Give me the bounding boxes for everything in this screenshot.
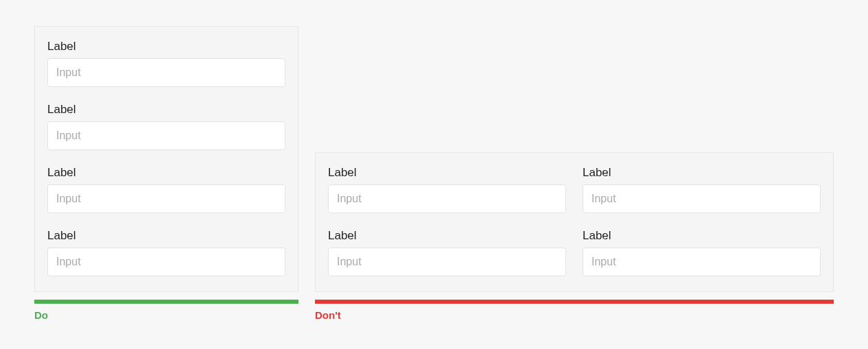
field-label: Label [583, 228, 821, 243]
examples-container: Label Label Label Label Do Label [0, 0, 868, 342]
form-field: Label [47, 228, 285, 276]
field-label: Label [47, 165, 285, 180]
text-input[interactable] [47, 58, 285, 87]
field-label: Label [47, 228, 285, 243]
field-label: Label [47, 39, 285, 54]
text-input[interactable] [47, 121, 285, 150]
form-row: Label Label [328, 165, 821, 213]
dont-caption: Don't [315, 309, 834, 322]
form-field: Label [47, 102, 285, 150]
form-field: Label [328, 165, 566, 213]
do-indicator-bar [34, 300, 298, 304]
dont-panel: Label Label Label Label [315, 152, 834, 292]
text-input[interactable] [47, 248, 285, 276]
field-label: Label [583, 165, 821, 180]
dont-indicator-bar [315, 300, 834, 304]
field-label: Label [328, 228, 566, 243]
field-label: Label [47, 102, 285, 117]
form-field: Label [47, 165, 285, 213]
form-field: Label [583, 165, 821, 213]
field-label: Label [328, 165, 566, 180]
form-row: Label Label [328, 228, 821, 276]
text-input[interactable] [583, 184, 821, 213]
dont-example: Label Label Label Label Don' [315, 152, 834, 322]
do-panel: Label Label Label Label [34, 26, 298, 292]
text-input[interactable] [328, 184, 566, 213]
form-field: Label [583, 228, 821, 276]
form-field: Label [328, 228, 566, 276]
text-input[interactable] [583, 248, 821, 276]
do-caption: Do [34, 309, 298, 322]
text-input[interactable] [328, 248, 566, 276]
do-example: Label Label Label Label Do [34, 26, 298, 322]
form-field: Label [47, 39, 285, 87]
text-input[interactable] [47, 184, 285, 213]
